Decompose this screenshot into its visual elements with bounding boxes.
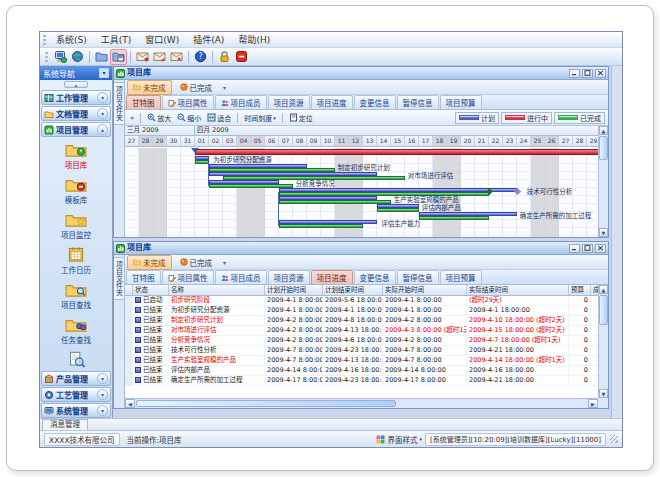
view-tab-项目资源[interactable]: 项目资源 bbox=[268, 95, 310, 109]
locate-button[interactable]: 定位 bbox=[287, 112, 315, 124]
column-header-实际开始时间[interactable]: 实际开始时间 bbox=[383, 285, 467, 295]
chevron-down-icon[interactable]: ▾ bbox=[97, 405, 108, 416]
sidebar-item-folder-block[interactable]: 模板库 bbox=[40, 176, 112, 205]
sidebar-item-calendar[interactable]: 工作日历 bbox=[40, 246, 112, 275]
sidebar-item-folder-user[interactable]: 项目库 bbox=[40, 141, 112, 170]
scroll-down-arrow[interactable]: ▼ bbox=[599, 228, 608, 237]
column-header-名称[interactable]: 名称 bbox=[169, 285, 265, 295]
minimize-button[interactable] bbox=[569, 244, 580, 253]
view-tab-项目属性[interactable]: 项目属性 bbox=[162, 270, 214, 284]
folder-tab-未完成[interactable]: 未完成 bbox=[127, 255, 172, 270]
view-tab-项目成员[interactable]: 项目成员 bbox=[215, 95, 267, 109]
more-buttons-chevron[interactable]: » bbox=[128, 113, 136, 123]
project-folder-side-tab[interactable]: 项目文件夹 bbox=[114, 257, 125, 300]
table-row[interactable]: 已结束技术可行性分析2009-4-7 8:00:002009-4-23 18:0… bbox=[125, 346, 598, 356]
folder-tab-已完成[interactable]: 已完成 bbox=[175, 256, 218, 269]
sidebar-group-sys[interactable]: 系统管理▾ bbox=[41, 403, 111, 418]
view-tab-甘特图[interactable]: 甘特图 bbox=[126, 270, 161, 284]
globe-icon[interactable] bbox=[69, 49, 86, 65]
mail-check-icon[interactable] bbox=[151, 49, 168, 65]
maximize-button[interactable] bbox=[582, 244, 593, 253]
lock-icon[interactable] bbox=[216, 49, 233, 65]
menu-item-1[interactable]: 工具(T) bbox=[94, 32, 139, 47]
help-icon[interactable]: ? bbox=[192, 49, 209, 65]
tab-overflow-chevron[interactable]: ▾ bbox=[223, 259, 226, 266]
table-row[interactable]: 已结束分析竞争情况2009-4-2 8:00:002009-4-6 18:00:… bbox=[125, 336, 598, 346]
chevron-down-icon[interactable]: ▾ bbox=[97, 373, 108, 384]
gantt-vertical-scrollbar[interactable]: ▲ ▼ bbox=[598, 126, 608, 237]
chevron-down-icon[interactable]: ▾ bbox=[97, 389, 108, 400]
table-row[interactable]: 已结束生产实验室规模的产品2009-4-7 8:00:002009-4-13 1… bbox=[125, 356, 598, 366]
gantt-bar-done[interactable] bbox=[279, 200, 391, 204]
view-tab-暂停信息[interactable]: 暂停信息 bbox=[397, 95, 439, 109]
close-button[interactable] bbox=[595, 69, 606, 78]
sidebar-group-prod[interactable]: 产品管理▾ bbox=[41, 371, 111, 386]
tab-message-management[interactable]: 消息管理 bbox=[42, 419, 88, 430]
view-tab-甘特图[interactable]: 甘特图 bbox=[126, 95, 161, 109]
scroll-thumb[interactable] bbox=[599, 136, 608, 160]
view-tab-项目成员[interactable]: 项目成员 bbox=[215, 270, 267, 284]
table-horizontal-scrollbar[interactable]: ◀ ▶ bbox=[125, 398, 598, 408]
scroll-down-arrow[interactable]: ▼ bbox=[599, 389, 608, 398]
column-header-计划开始时间[interactable]: 计划开始时间 bbox=[265, 285, 323, 295]
folder-icon[interactable] bbox=[93, 49, 110, 65]
sidebar-group-proj[interactable]: 项目管理▴ bbox=[41, 122, 111, 137]
sidebar-group-work[interactable]: 工作管理▾ bbox=[41, 90, 111, 105]
scroll-right-arrow[interactable]: ▶ bbox=[588, 399, 598, 408]
chevron-down-icon[interactable]: ▾ bbox=[97, 92, 108, 103]
milestone-marker[interactable] bbox=[514, 188, 521, 195]
view-tab-项目进度[interactable]: 项目进度 bbox=[311, 270, 353, 284]
view-tab-项目资源[interactable]: 项目资源 bbox=[268, 270, 310, 284]
gantt-bar-done[interactable] bbox=[279, 224, 363, 228]
sidebar-group-craft[interactable]: 工艺管理▾ bbox=[41, 387, 111, 402]
ui-style-dropdown[interactable]: 界面样式 ▾ bbox=[376, 434, 422, 445]
resize-grip[interactable] bbox=[610, 435, 618, 443]
column-header-实际结束时间[interactable]: 实际结束时间 bbox=[467, 285, 569, 295]
chevron-down-icon[interactable]: ▾ bbox=[97, 108, 108, 119]
column-header-成本[interactable]: 成本 bbox=[591, 285, 598, 295]
scroll-up-arrow[interactable]: ▲ bbox=[599, 285, 608, 294]
computer-icon[interactable] bbox=[52, 49, 69, 65]
sidebar-item-folder-search[interactable]: 项目查找 bbox=[40, 281, 112, 310]
sidebar-item-folder-star[interactable]: 项目监控 bbox=[40, 211, 112, 240]
gantt-bar-done[interactable] bbox=[377, 208, 419, 212]
scroll-thumb[interactable] bbox=[136, 400, 396, 407]
mail-icon[interactable] bbox=[134, 49, 151, 65]
table-row[interactable]: 已结束为初步研究分配资源2009-4-1 8:00:002009-4-1 18:… bbox=[125, 306, 598, 316]
sidebar-item-folder-people[interactable]: 任务查找 bbox=[40, 316, 112, 345]
scroll-up-arrow[interactable]: ▲ bbox=[599, 126, 608, 135]
menu-item-3[interactable]: 插件(A) bbox=[186, 32, 231, 47]
folder-tab-已完成[interactable]: 已完成 bbox=[175, 81, 218, 94]
view-tab-项目预算[interactable]: 项目预算 bbox=[440, 95, 482, 109]
mail-send-icon[interactable] bbox=[168, 49, 185, 65]
minimize-button[interactable] bbox=[569, 69, 580, 78]
view-tab-项目属性[interactable]: 项目属性 bbox=[162, 95, 214, 109]
timescale-dropdown[interactable]: 时间刻度 ▾ bbox=[242, 112, 278, 124]
view-tab-变更信息[interactable]: 变更信息 bbox=[354, 95, 396, 109]
pin-icon[interactable]: ▾ bbox=[99, 68, 109, 78]
folder-save-icon[interactable] bbox=[110, 49, 127, 65]
menu-item-2[interactable]: 窗口(W) bbox=[138, 32, 186, 47]
gantt-bar-done[interactable] bbox=[195, 160, 209, 164]
scroll-left-arrow[interactable]: ◀ bbox=[125, 399, 135, 408]
table-window-titlebar[interactable]: 项目库 bbox=[114, 242, 608, 255]
close-button[interactable] bbox=[595, 244, 606, 253]
zoom-out-button[interactable]: 缩小 bbox=[175, 112, 203, 124]
table-row[interactable]: 已结束制定初步研究计划2009-4-2 8:00:002009-4-8 18:0… bbox=[125, 316, 598, 326]
gantt-window-titlebar[interactable]: 项目库 bbox=[114, 67, 608, 80]
table-row[interactable]: 已启动初步研究阶段2009-4-1 8:00:002009-5-6 18:00:… bbox=[125, 296, 598, 306]
chevron-up-icon[interactable]: ▴ bbox=[97, 124, 108, 135]
table-row[interactable]: 已结束确定生产所需的加工过程2009-4-17 8:00:002009-4-23… bbox=[125, 376, 598, 386]
menu-item-4[interactable]: 帮助(H) bbox=[231, 32, 277, 47]
view-tab-暂停信息[interactable]: 暂停信息 bbox=[397, 270, 439, 284]
column-header-状态[interactable]: 状态 bbox=[133, 285, 169, 295]
view-tab-变更信息[interactable]: 变更信息 bbox=[354, 270, 396, 284]
view-tab-项目预算[interactable]: 项目预算 bbox=[440, 270, 482, 284]
sidebar-item-doc-search[interactable]: 项目文档查找 bbox=[40, 351, 112, 370]
scroll-thumb[interactable] bbox=[599, 295, 608, 325]
table-row[interactable]: 已结束评估内部产品2009-4-14 8:00:002009-4-16 18:0… bbox=[125, 366, 598, 376]
column-header-预算[interactable]: 预算 bbox=[569, 285, 591, 295]
view-tab-项目进度[interactable]: 项目进度 bbox=[311, 95, 353, 109]
row-indicator-header[interactable] bbox=[125, 285, 133, 295]
gantt-bar-done[interactable] bbox=[419, 216, 489, 220]
